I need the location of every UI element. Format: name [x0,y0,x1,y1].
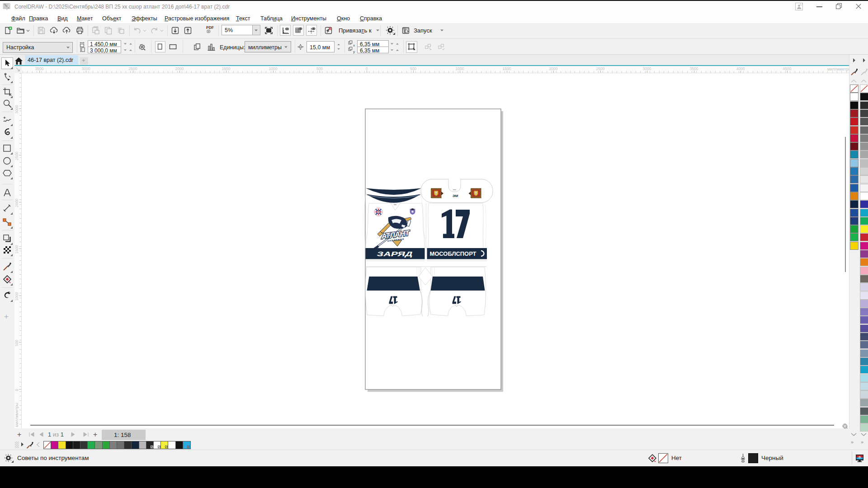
svg-text:3000: 3000 [14,105,19,113]
svg-text:0: 0 [14,389,19,391]
svg-text:500: 500 [14,340,19,346]
svg-text:ЗАРЯД: ЗАРЯД [377,250,413,258]
svg-text:миллиметры: миллиметры [14,403,19,427]
svg-text:МОСОБЛСПОРТ: МОСОБЛСПОРТ [430,251,476,257]
svg-text:1000: 1000 [14,292,19,300]
svg-text:ЭМ: ЭМ [453,194,458,198]
svg-text:2500: 2500 [14,151,19,160]
svg-text:2000: 2000 [14,198,19,207]
svg-text:1500: 1500 [14,245,19,253]
